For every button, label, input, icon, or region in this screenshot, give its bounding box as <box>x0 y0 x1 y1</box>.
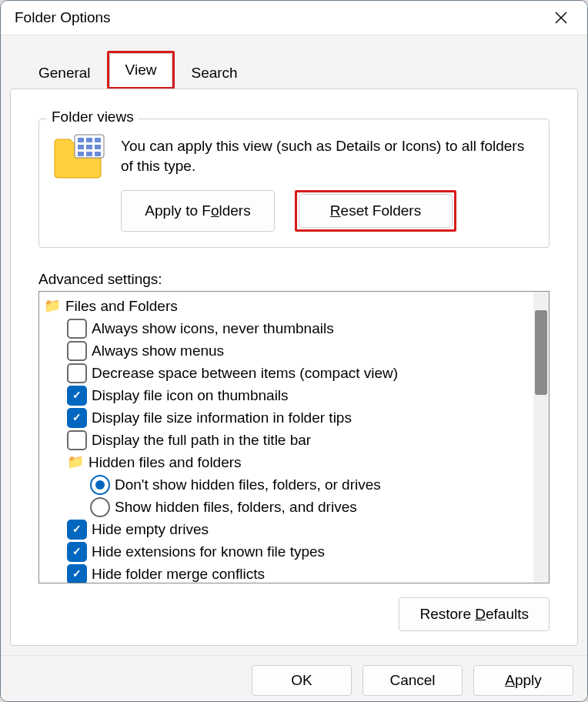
opt-compact-view[interactable]: Decrease space between items (compact vi… <box>44 362 530 384</box>
tree-root: 📁 Files and Folders <box>44 295 530 317</box>
apply-to-folders-button[interactable]: Apply to Folders <box>121 190 275 232</box>
opt-dont-show-hidden[interactable]: Don't show hidden files, folders, or dri… <box>44 473 530 496</box>
opt-icon-thumbnails[interactable]: Display file icon on thumbnails <box>44 384 530 406</box>
group-hidden-files: 📁 Hidden files and folders <box>44 451 530 473</box>
close-icon <box>555 12 567 24</box>
svg-rect-5 <box>95 138 101 142</box>
reset-folders-highlight: Reset Folders <box>295 190 456 232</box>
checkbox-icon[interactable] <box>67 386 87 406</box>
checkbox-icon[interactable] <box>67 542 87 562</box>
radio-icon[interactable] <box>90 475 110 495</box>
checkbox-icon[interactable] <box>67 564 87 583</box>
checkbox-icon[interactable] <box>67 319 87 339</box>
tree-content[interactable]: 📁 Files and Folders Always show icons, n… <box>39 292 533 583</box>
advanced-settings-label: Advanced settings: <box>38 271 550 288</box>
apply-button[interactable]: Apply <box>473 665 573 696</box>
opt-full-path-title[interactable]: Display the full path in the title bar <box>44 429 530 451</box>
radio-icon[interactable] <box>90 497 110 517</box>
scrollbar[interactable] <box>533 292 549 583</box>
folder-views-icon <box>52 133 107 179</box>
view-panel: Folder views You can a <box>10 89 578 646</box>
opt-hide-extensions[interactable]: Hide extensions for known file types <box>44 540 530 563</box>
folder-views-row: You can apply this view (such as Details… <box>52 133 536 179</box>
svg-rect-7 <box>86 145 92 149</box>
svg-rect-4 <box>86 138 92 142</box>
dialog-footer: OK Cancel Apply <box>1 655 587 702</box>
folder-views-description: You can apply this view (such as Details… <box>121 136 536 176</box>
tabs: General View Search <box>1 35 587 89</box>
titlebar: Folder Options <box>1 1 587 35</box>
opt-hide-empty-drives[interactable]: Hide empty drives <box>44 518 530 540</box>
tab-view[interactable]: View <box>109 53 173 87</box>
reset-folders-button[interactable]: Reset Folders <box>299 194 453 228</box>
advanced-settings-tree: 📁 Files and Folders Always show icons, n… <box>38 291 550 583</box>
content-area: General View Search Folder views <box>1 35 587 655</box>
checkbox-icon[interactable] <box>67 520 87 540</box>
folder-views-legend: Folder views <box>47 109 139 125</box>
tab-view-highlight: View <box>107 51 175 89</box>
folder-views-buttons: Apply to Folders Reset Folders <box>121 190 536 232</box>
svg-rect-11 <box>95 152 101 156</box>
scrollbar-thumb[interactable] <box>535 310 547 395</box>
folder-icon: 📁 <box>44 295 61 317</box>
tab-search[interactable]: Search <box>175 56 253 89</box>
opt-show-hidden[interactable]: Show hidden files, folders, and drives <box>44 496 530 518</box>
svg-rect-3 <box>78 138 84 142</box>
opt-always-icons[interactable]: Always show icons, never thumbnails <box>44 317 530 339</box>
svg-rect-6 <box>78 145 84 149</box>
svg-rect-9 <box>78 152 84 156</box>
svg-rect-8 <box>95 145 101 149</box>
checkbox-icon[interactable] <box>67 341 87 361</box>
opt-size-tips[interactable]: Display file size information in folder … <box>44 406 530 429</box>
cancel-button[interactable]: Cancel <box>362 665 463 696</box>
folder-icon: 📁 <box>67 451 84 473</box>
tab-general[interactable]: General <box>22 56 107 89</box>
checkbox-icon[interactable] <box>67 408 87 428</box>
folder-options-window: Folder Options General View Search Folde… <box>0 0 588 702</box>
checkbox-icon[interactable] <box>67 363 87 383</box>
folder-views-group: Folder views You can a <box>38 119 550 248</box>
restore-row: Restore Defaults <box>38 597 550 631</box>
svg-rect-10 <box>86 152 92 156</box>
restore-defaults-button[interactable]: Restore Defaults <box>399 597 550 631</box>
close-button[interactable] <box>544 1 578 35</box>
opt-always-menus[interactable]: Always show menus <box>44 339 530 362</box>
window-title: Folder Options <box>10 9 544 26</box>
checkbox-icon[interactable] <box>67 430 87 450</box>
ok-button[interactable]: OK <box>252 665 352 696</box>
opt-hide-merge-conflicts[interactable]: Hide folder merge conflicts <box>44 563 530 583</box>
